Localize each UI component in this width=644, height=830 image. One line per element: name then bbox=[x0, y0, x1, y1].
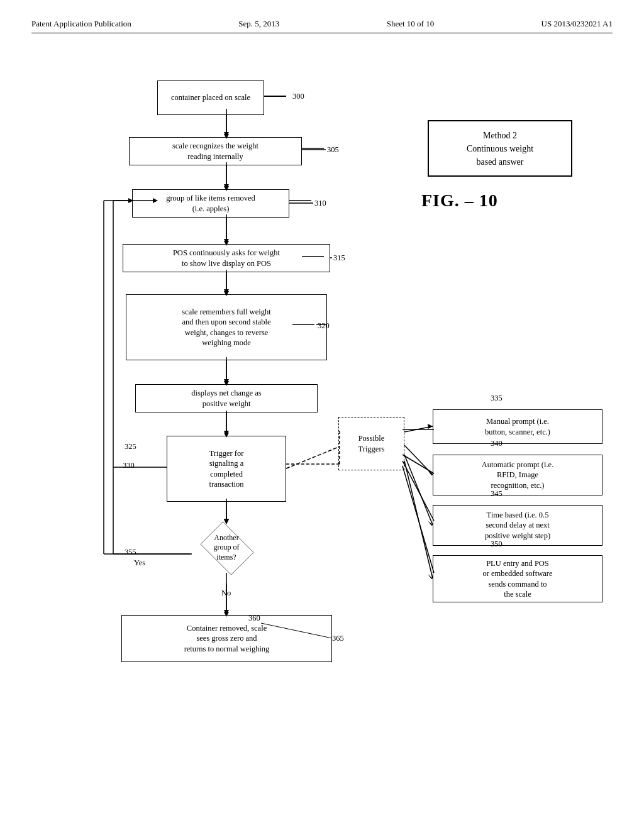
page-header: Patent Application Publication Sep. 5, 2… bbox=[31, 19, 613, 33]
svg-marker-40 bbox=[428, 424, 433, 429]
ref-345: 345 bbox=[491, 489, 502, 499]
svg-line-26 bbox=[402, 461, 434, 521]
svg-marker-42 bbox=[428, 470, 433, 475]
svg-marker-46 bbox=[428, 574, 433, 579]
ref-335: 335 bbox=[491, 394, 502, 403]
header-patent: US 2013/0232021 A1 bbox=[541, 19, 613, 29]
header-center: Sep. 5, 2013 bbox=[238, 19, 279, 29]
no-label: No bbox=[221, 589, 231, 598]
svg-line-41 bbox=[404, 445, 433, 475]
ref-340: 340 bbox=[491, 439, 502, 448]
diagram-area: container placed on scale 300 scale reco… bbox=[31, 46, 613, 788]
ref-305: 305 bbox=[327, 145, 339, 155]
svg-line-27 bbox=[402, 466, 434, 573]
svg-line-38 bbox=[286, 447, 338, 468]
ref-310: 310 bbox=[314, 199, 326, 208]
svg-marker-62 bbox=[224, 610, 229, 615]
fig-label: FIG. – 10 bbox=[421, 191, 498, 211]
svg-marker-48 bbox=[224, 132, 229, 137]
diamond-355: Anothergroup ofitems? bbox=[192, 523, 261, 573]
ref-300: 300 bbox=[292, 92, 304, 101]
svg-marker-52 bbox=[224, 239, 229, 244]
node-320: scale remembers full weightand then upon… bbox=[126, 294, 327, 360]
node-310: group of like items removed(i.e. apples) bbox=[132, 189, 289, 218]
method-box: Method 2Continuous weightbased answer bbox=[428, 120, 572, 177]
ref-320: 320 bbox=[318, 321, 330, 331]
node-305: scale recognizes the weightreading inter… bbox=[129, 137, 302, 165]
svg-marker-58 bbox=[224, 431, 229, 436]
node-displays: displays net change aspositive weight bbox=[135, 384, 318, 412]
node-350: PLU entry and POSor embedded softwaresen… bbox=[433, 555, 602, 602]
node-340: Automatic prompt (i.e.RFID, Imagerecogni… bbox=[433, 455, 602, 495]
node-possible-triggers: PossibleTriggers bbox=[338, 417, 404, 470]
node-335: Manual prompt (i.e.button, scanner, etc.… bbox=[433, 409, 602, 444]
node-360: Container removed, scalesees gross zero … bbox=[121, 615, 332, 662]
svg-marker-56 bbox=[224, 379, 229, 384]
svg-line-45 bbox=[404, 461, 433, 578]
node-315: POS continuously asks for weightto show … bbox=[123, 244, 330, 272]
node-330: Trigger forsignaling acompletedtransacti… bbox=[167, 436, 286, 502]
ref-360: 360 bbox=[248, 614, 260, 623]
node-345: Time based (i.e. 0.5second delay at next… bbox=[433, 505, 602, 546]
ref-315: 315 bbox=[333, 253, 345, 263]
svg-line-43 bbox=[404, 455, 433, 525]
ref-325: 325 bbox=[125, 442, 136, 451]
svg-line-25 bbox=[402, 455, 434, 473]
yes-label: Yes bbox=[134, 558, 145, 568]
svg-line-39 bbox=[404, 426, 433, 432]
page: Patent Application Publication Sep. 5, 2… bbox=[0, 0, 644, 830]
svg-marker-54 bbox=[224, 289, 229, 294]
header-sheet: Sheet 10 of 10 bbox=[387, 19, 434, 29]
ref-355: 355 bbox=[125, 548, 136, 557]
ref-330: 330 bbox=[123, 461, 135, 470]
ref-350: 350 bbox=[491, 540, 502, 549]
node-300: container placed on scale bbox=[157, 80, 264, 115]
svg-marker-50 bbox=[224, 184, 229, 189]
header-left: Patent Application Publication bbox=[31, 19, 131, 29]
svg-marker-44 bbox=[428, 521, 433, 526]
ref-365: 365 bbox=[332, 634, 344, 643]
